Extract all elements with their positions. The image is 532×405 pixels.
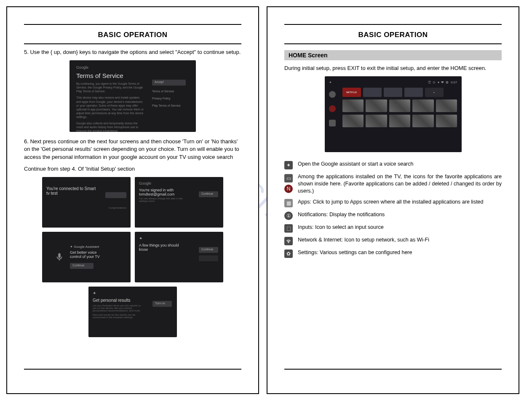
app-tile[interactable] xyxy=(404,88,423,97)
step6-text: 6. Next press continue on the next four … xyxy=(24,138,241,161)
connected-sub: Congratulations xyxy=(46,207,126,209)
screenshot-terms-of-service: Google Terms of Service By continuing, y… xyxy=(70,60,196,132)
content-thumb[interactable] xyxy=(342,115,364,127)
gear-icon: ✿ xyxy=(284,249,293,258)
link-privacy[interactable]: Privacy Policy xyxy=(152,97,189,100)
page-title: BASIC OPERATION xyxy=(24,31,241,39)
assistant-dots-icon: ✦ xyxy=(329,80,332,84)
mic-icon xyxy=(55,251,64,263)
inputs-desc: Inputs: Icon to select an input source xyxy=(298,224,502,231)
brand-label: Google xyxy=(139,181,219,185)
signed-continue-button[interactable]: Continue xyxy=(199,191,218,197)
know-secondary-button[interactable] xyxy=(199,255,218,261)
home-intro: During initial setup, press EXIT to exit… xyxy=(284,64,502,72)
app-tile[interactable] xyxy=(384,88,402,97)
favorites-desc: Among the applications installed on the … xyxy=(298,173,502,195)
app-tile[interactable] xyxy=(363,88,382,97)
turn-on-button[interactable]: Turn on xyxy=(152,301,172,307)
row-inputs: ⬚ Inputs: Icon to select an input source xyxy=(284,224,502,233)
know-continue-button[interactable]: Continue xyxy=(199,247,218,253)
apps-desc: Apps: Click to jump to Apps screen where… xyxy=(298,198,502,206)
screenshot-few-things: ✦ A few things you should know Continue xyxy=(135,232,223,282)
rule-under-title xyxy=(24,43,241,44)
personal-sub1: Let your Assistant show you info specifi… xyxy=(93,304,143,312)
row-settings: ✿ Settings: Various settings can be conf… xyxy=(284,249,502,258)
assistant-continue-button[interactable]: Continue xyxy=(70,263,94,269)
right-page: BASIC OPERATION HOME Screen During initi… xyxy=(267,6,519,394)
link-terms[interactable]: Terms of Service xyxy=(152,90,189,93)
content-thumb[interactable] xyxy=(366,115,387,127)
rule-bottom xyxy=(284,369,502,370)
row-apps: ▦ Apps: Click to jump to Apps screen whe… xyxy=(284,198,502,207)
rule-under-title xyxy=(284,43,502,44)
content-thumb[interactable] xyxy=(436,99,457,112)
screenshot-row-2: ✦ Google Assistant Get better voice cont… xyxy=(24,232,241,282)
wifi-icon xyxy=(284,237,293,245)
assistant-dots-icon: ✦ xyxy=(93,291,173,295)
icon-legend: ✦ Open the Google assistant or start a v… xyxy=(284,161,502,258)
screenshot-connected: You're connected to Smart tv test Congra… xyxy=(42,177,131,228)
step5-text: 5. Use the { up, down} keys to navigate … xyxy=(24,48,241,56)
connected-btn[interactable] xyxy=(105,192,126,198)
apps-icon: ▦ xyxy=(284,199,293,207)
side-youtube-icon xyxy=(329,120,336,126)
signed-sub: You can always change this later in the … xyxy=(139,197,185,202)
home-side-icons xyxy=(329,91,336,126)
personal-sub2: Personal results for this device can be … xyxy=(93,314,143,319)
assistant-icon: ✦ xyxy=(284,161,293,169)
link-play-terms[interactable]: Play Terms of Service xyxy=(152,104,189,107)
content-thumb[interactable] xyxy=(389,99,411,112)
row-notifications: ① Notifications: Display the notificatio… xyxy=(284,211,502,220)
home-topbar: ✦ ☰ ⊙ ▾ ❤ ✿ 9:07 xyxy=(329,80,457,84)
home-thumbs-row-2 xyxy=(342,115,457,127)
network-desc: Network & Internet: Icon to setup networ… xyxy=(298,236,502,244)
screenshot-assistant: ✦ Google Assistant Get better voice cont… xyxy=(42,232,131,282)
app-add[interactable]: + xyxy=(425,88,444,97)
assistant-line1: Get better voice xyxy=(70,250,100,255)
content-thumb[interactable] xyxy=(342,99,364,112)
notifications-desc: Notifications: Display the notifications xyxy=(298,211,502,218)
side-netflix-icon xyxy=(329,105,336,112)
screenshot-row-1: You're connected to Smart tv test Congra… xyxy=(24,177,241,228)
screenshot-home-screen: ✦ ☰ ⊙ ▾ ❤ ✿ 9:07 NETFLIX + xyxy=(325,76,462,152)
rule-top xyxy=(24,24,241,25)
content-thumb[interactable] xyxy=(436,115,457,127)
status-icons: ☰ ⊙ ▾ ❤ ✿ 9:07 xyxy=(428,80,457,84)
home-apps-row: NETFLIX + xyxy=(342,88,457,97)
tos-body1: By continuing, you agree to the Google T… xyxy=(76,82,144,93)
fav-netflix-icon: N xyxy=(284,185,293,193)
tos-heading: Terms of Service xyxy=(76,72,189,79)
screenshot-personal-results: ✦ Get personal results Let your Assistan… xyxy=(88,287,177,337)
settings-desc: Settings: Various settings can be config… xyxy=(298,249,502,256)
section-home-screen: HOME Screen xyxy=(284,50,502,60)
assistant-brand: ✦ Google Assistant xyxy=(70,245,100,249)
content-thumb[interactable] xyxy=(366,99,387,112)
screenshot-row-3: ✦ Get personal results Let your Assistan… xyxy=(24,287,241,337)
tos-body2: This device may also receive and install… xyxy=(76,96,144,119)
row-favorites: ▭ N Among the applications installed on … xyxy=(284,173,502,195)
home-thumbs-row-1 xyxy=(342,99,457,112)
rule-top xyxy=(284,24,502,25)
tos-body3: Google also collects and temporarily sto… xyxy=(76,121,144,132)
continue-note: Continue from step 4. Of 'Initial Setup'… xyxy=(24,165,241,173)
left-page: BASIC OPERATION 5. Use the { up, down} k… xyxy=(6,6,259,394)
notifications-icon: ① xyxy=(284,212,293,220)
content-thumb[interactable] xyxy=(412,115,434,127)
page-title: BASIC OPERATION xyxy=(284,31,502,39)
tos-options: Accept Terms of Service Privacy Policy P… xyxy=(152,80,189,107)
assistant-dots-icon: ✦ xyxy=(139,236,219,241)
row-network: Network & Internet: Icon to setup networ… xyxy=(284,236,502,245)
connected-line1: You're connected to Smart xyxy=(46,186,126,191)
side-circle-icon xyxy=(329,91,336,98)
app-netflix[interactable]: NETFLIX xyxy=(342,88,361,97)
content-thumb[interactable] xyxy=(412,99,434,112)
favorites-icons: ▭ N xyxy=(284,174,293,193)
brand-label: Google xyxy=(76,65,189,70)
row-assistant: ✦ Open the Google assistant or start a v… xyxy=(284,161,502,169)
content-thumb[interactable] xyxy=(389,115,411,127)
fav-app-icon: ▭ xyxy=(284,174,293,182)
assistant-line2: control of your TV xyxy=(70,255,100,259)
assistant-desc: Open the Google assistant or start a voi… xyxy=(298,161,502,168)
accept-button[interactable]: Accept xyxy=(152,80,186,86)
rule-bottom xyxy=(24,369,241,370)
